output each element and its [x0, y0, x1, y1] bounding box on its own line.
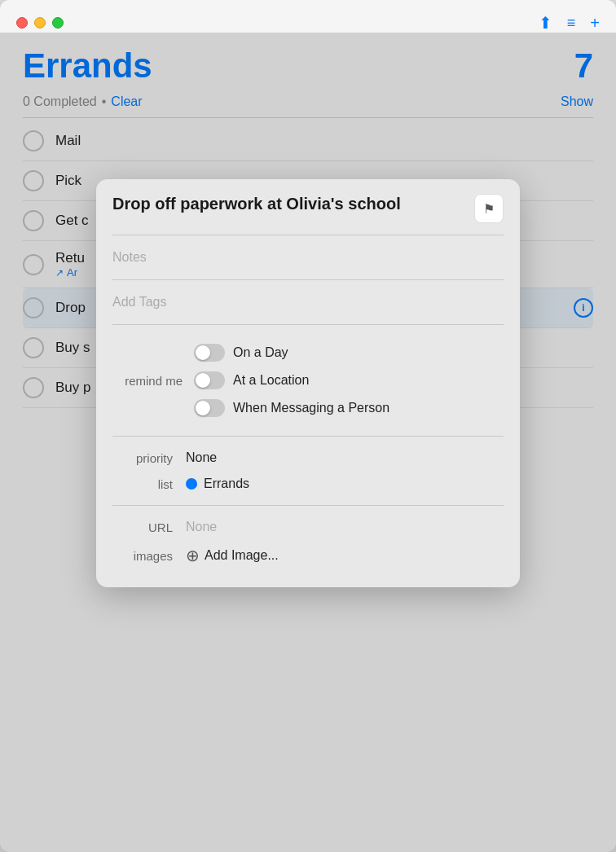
toolbar: ⬆ ≡ + — [539, 13, 600, 33]
toggle-on-a-day[interactable] — [194, 344, 225, 362]
flag-icon: ⚑ — [483, 201, 495, 217]
share-icon[interactable]: ⬆ — [539, 13, 552, 33]
remind-messaging-label: When Messaging a Person — [233, 401, 389, 415]
images-label: images — [112, 549, 186, 563]
url-row: URL None — [112, 514, 504, 540]
priority-label: priority — [112, 451, 186, 465]
remind-option-day: On a Day — [194, 339, 504, 367]
list-name: Errands — [204, 477, 249, 491]
list-label: list — [112, 477, 186, 491]
flag-button[interactable]: ⚑ — [474, 194, 504, 223]
add-image-icon: ⊕ — [186, 546, 200, 565]
popup-divider — [112, 505, 504, 506]
close-button[interactable] — [16, 17, 28, 29]
popup-divider — [112, 324, 504, 325]
list-dot — [186, 478, 197, 490]
main-content: Errands 7 0 Completed • Clear Show Mail — [0, 33, 616, 852]
popup-divider — [112, 235, 504, 235]
list-row: list Errands — [112, 471, 504, 497]
remind-me-row: remind me On a Day At a Location When — [112, 333, 504, 428]
toggle-at-location[interactable] — [194, 371, 225, 389]
add-image-label: Add Image... — [205, 548, 279, 563]
popup-divider — [112, 436, 504, 437]
tags-field[interactable]: Add Tags — [112, 288, 504, 316]
popup-title: Drop off paperwork at Olivia's school — [112, 194, 474, 214]
popup-divider — [112, 279, 504, 280]
list-icon[interactable]: ≡ — [567, 15, 576, 32]
priority-value[interactable]: None — [186, 450, 217, 465]
toggle-messaging[interactable] — [194, 399, 225, 417]
popup-title-row: Drop off paperwork at Olivia's school ⚑ — [112, 194, 504, 223]
list-value[interactable]: Errands — [186, 477, 249, 491]
add-icon[interactable]: + — [590, 14, 600, 33]
url-label: URL — [112, 520, 186, 534]
maximize-button[interactable] — [52, 17, 64, 29]
remind-me-label: remind me — [112, 374, 194, 388]
add-image-button[interactable]: ⊕ Add Image... — [186, 546, 279, 565]
remind-options: On a Day At a Location When Messaging a … — [194, 339, 504, 422]
detail-popup: Drop off paperwork at Olivia's school ⚑ … — [96, 179, 520, 587]
remind-location-label: At a Location — [233, 373, 309, 388]
images-row: images ⊕ Add Image... — [112, 540, 504, 571]
remind-day-label: On a Day — [233, 345, 288, 360]
remind-option-location: At a Location — [194, 367, 504, 394]
notes-field[interactable]: Notes — [112, 244, 504, 271]
minimize-button[interactable] — [34, 17, 46, 29]
traffic-lights — [16, 17, 64, 29]
title-bar: ⬆ ≡ + — [0, 0, 616, 33]
url-value[interactable]: None — [186, 520, 217, 534]
popup-overlay: Drop off paperwork at Olivia's school ⚑ … — [0, 33, 616, 852]
main-window: ⬆ ≡ + Errands 7 0 Completed • Clear Show — [0, 0, 616, 852]
remind-option-messaging: When Messaging a Person — [194, 394, 504, 422]
priority-row: priority None — [112, 445, 504, 471]
